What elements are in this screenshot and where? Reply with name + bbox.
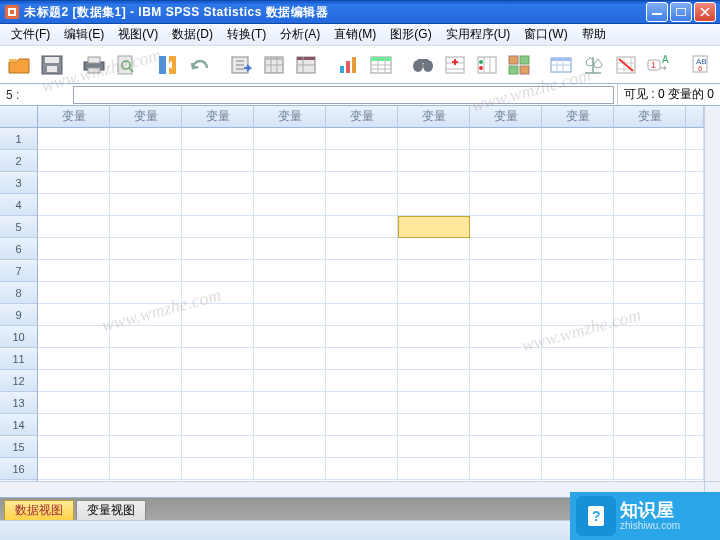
cell[interactable] xyxy=(326,260,398,282)
cell[interactable] xyxy=(470,260,542,282)
cell[interactable] xyxy=(254,370,326,392)
chart-icon[interactable] xyxy=(335,50,363,80)
cell[interactable] xyxy=(614,282,686,304)
cell[interactable] xyxy=(614,150,686,172)
cell[interactable] xyxy=(110,436,182,458)
row-header[interactable]: 3 xyxy=(0,172,38,194)
weight-icon[interactable] xyxy=(547,50,575,80)
menu-help[interactable]: 帮助 xyxy=(575,24,613,45)
cell[interactable] xyxy=(254,194,326,216)
row-header[interactable]: 12 xyxy=(0,370,38,392)
cell[interactable] xyxy=(542,128,614,150)
menu-analyze[interactable]: 分析(A) xyxy=(273,24,327,45)
cell[interactable] xyxy=(398,436,470,458)
descriptive-icon[interactable] xyxy=(367,50,395,80)
cell[interactable] xyxy=(542,282,614,304)
cell[interactable] xyxy=(110,392,182,414)
cell[interactable] xyxy=(38,260,110,282)
cell[interactable] xyxy=(182,150,254,172)
print-icon[interactable] xyxy=(80,50,108,80)
cell[interactable] xyxy=(326,392,398,414)
cell[interactable] xyxy=(398,216,470,238)
cell[interactable] xyxy=(110,348,182,370)
cell[interactable] xyxy=(398,370,470,392)
row-header[interactable]: 2 xyxy=(0,150,38,172)
cell[interactable] xyxy=(614,392,686,414)
cell[interactable] xyxy=(38,348,110,370)
menu-utilities[interactable]: 实用程序(U) xyxy=(439,24,518,45)
tab-data-view[interactable]: 数据视图 xyxy=(4,500,74,520)
undo-icon[interactable] xyxy=(154,50,182,80)
cell[interactable] xyxy=(398,392,470,414)
row-header[interactable]: 8 xyxy=(0,282,38,304)
save-icon[interactable] xyxy=(38,50,66,80)
cell[interactable] xyxy=(110,194,182,216)
insert-case-icon[interactable] xyxy=(441,50,469,80)
menu-window[interactable]: 窗口(W) xyxy=(517,24,574,45)
select-icon[interactable] xyxy=(612,50,640,80)
cell[interactable] xyxy=(542,414,614,436)
tab-variable-view[interactable]: 变量视图 xyxy=(76,500,146,520)
cell[interactable] xyxy=(254,458,326,480)
row-header[interactable]: 4 xyxy=(0,194,38,216)
menu-edit[interactable]: 编辑(E) xyxy=(57,24,111,45)
cell[interactable] xyxy=(110,216,182,238)
cell[interactable] xyxy=(326,370,398,392)
cell[interactable] xyxy=(614,414,686,436)
cell[interactable] xyxy=(182,282,254,304)
row-header[interactable]: 1 xyxy=(0,128,38,150)
cell[interactable] xyxy=(110,172,182,194)
scale-icon[interactable] xyxy=(579,50,607,80)
cell[interactable] xyxy=(110,128,182,150)
maximize-button[interactable] xyxy=(670,2,692,22)
cell[interactable] xyxy=(110,326,182,348)
cell[interactable] xyxy=(398,348,470,370)
cell[interactable] xyxy=(254,128,326,150)
column-header[interactable]: 变量 xyxy=(110,106,182,128)
cell[interactable] xyxy=(326,348,398,370)
column-header[interactable]: 变量 xyxy=(326,106,398,128)
cell[interactable] xyxy=(542,216,614,238)
cell[interactable] xyxy=(542,326,614,348)
cell[interactable] xyxy=(542,392,614,414)
cell[interactable] xyxy=(182,458,254,480)
cell[interactable] xyxy=(326,172,398,194)
cell[interactable] xyxy=(470,436,542,458)
cell[interactable] xyxy=(470,238,542,260)
cell[interactable] xyxy=(182,370,254,392)
cell[interactable] xyxy=(470,194,542,216)
cell[interactable] xyxy=(470,216,542,238)
cell[interactable] xyxy=(38,458,110,480)
cell[interactable] xyxy=(254,436,326,458)
cell[interactable] xyxy=(182,238,254,260)
cell[interactable] xyxy=(182,392,254,414)
column-header[interactable]: 变量 xyxy=(542,106,614,128)
cell[interactable] xyxy=(254,414,326,436)
cell[interactable] xyxy=(614,216,686,238)
redo-icon[interactable] xyxy=(186,50,214,80)
cell[interactable] xyxy=(254,216,326,238)
cell[interactable] xyxy=(614,238,686,260)
cell[interactable] xyxy=(182,414,254,436)
cell[interactable] xyxy=(182,436,254,458)
cell[interactable] xyxy=(326,458,398,480)
cell[interactable] xyxy=(398,458,470,480)
cell[interactable] xyxy=(398,414,470,436)
cell[interactable] xyxy=(470,326,542,348)
cell[interactable] xyxy=(182,348,254,370)
menu-transform[interactable]: 转换(T) xyxy=(220,24,273,45)
cell[interactable] xyxy=(182,304,254,326)
cell[interactable] xyxy=(326,326,398,348)
row-header[interactable]: 15 xyxy=(0,436,38,458)
cell[interactable] xyxy=(110,238,182,260)
row-header[interactable]: 16 xyxy=(0,458,38,480)
cell[interactable] xyxy=(614,348,686,370)
cell[interactable] xyxy=(326,436,398,458)
cell-value-input[interactable] xyxy=(73,86,614,104)
cell[interactable] xyxy=(110,414,182,436)
variables-icon[interactable] xyxy=(260,50,288,80)
cell[interactable] xyxy=(614,172,686,194)
cell[interactable] xyxy=(398,150,470,172)
cell[interactable] xyxy=(38,326,110,348)
minimize-button[interactable] xyxy=(646,2,668,22)
